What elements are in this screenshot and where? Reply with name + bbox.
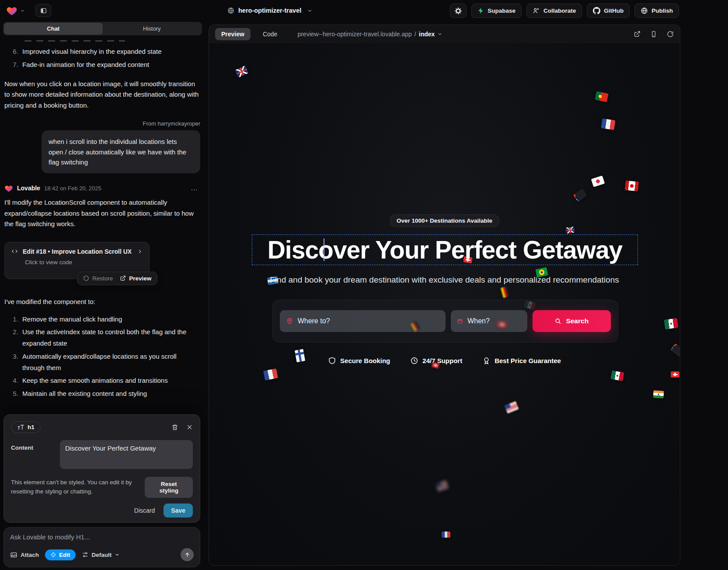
preview-toolbar: Preview Code preview--hero-optimizer-tra… <box>209 25 680 43</box>
flag-india-icon <box>653 390 664 399</box>
shield-icon <box>328 357 336 365</box>
search-icon <box>554 318 561 325</box>
feature-label: Secure Booking <box>340 357 390 364</box>
delete-element-button[interactable] <box>171 424 178 431</box>
assistant-numbered-list-bottom: Remove the manual click handlingUse the … <box>4 314 200 400</box>
tab-code[interactable]: Code <box>257 28 283 40</box>
message-menu-button[interactable]: … <box>189 184 200 192</box>
arrow-up-icon <box>184 552 191 558</box>
flag-australia-icon <box>235 65 249 77</box>
edit-mode-button[interactable]: Edit <box>45 549 76 560</box>
search-button-label: Search <box>566 317 589 325</box>
list-item: Remove the manual click handling <box>20 314 200 325</box>
flag-mexico-icon <box>664 318 679 329</box>
edit-card-title: Edit #18 • Improve Location Scroll UX <box>23 248 132 255</box>
top-bar: hero-optimizer-travel Supabase Collabora… <box>0 0 728 21</box>
chat-mode-selector[interactable]: Default <box>82 551 120 558</box>
when-field[interactable] <box>451 310 527 332</box>
list-item: Fade-in animation for the expanded conte… <box>20 59 200 70</box>
flag-mexico-icon <box>610 371 624 381</box>
where-field[interactable] <box>280 310 446 332</box>
globe-icon <box>227 7 234 14</box>
flag-germany-icon <box>501 286 511 298</box>
logo-chevron-down-icon[interactable] <box>20 8 25 13</box>
flag-portugal-icon <box>595 91 609 102</box>
search-button[interactable]: Search <box>533 310 611 332</box>
preview-button[interactable]: Preview <box>120 275 151 282</box>
assistant-paragraph: I'll modify the LocationScroll component… <box>4 197 200 230</box>
restore-label: Restore <box>92 275 113 282</box>
collaborate-button[interactable]: Collaborate <box>526 3 582 18</box>
project-selector[interactable]: hero-optimizer-travel <box>227 0 313 21</box>
settings-button[interactable] <box>450 3 467 18</box>
award-icon <box>482 357 491 365</box>
flag-france-icon <box>601 119 616 130</box>
user-message-bubble: when i scroll into the individual locati… <box>42 130 200 173</box>
github-icon <box>593 7 600 14</box>
preview-label: Preview <box>129 275 151 282</box>
panel-left-icon <box>40 7 47 14</box>
chat-message-list[interactable]: Improved visual hierarchy in the expande… <box>0 35 206 399</box>
chat-composer-input[interactable] <box>10 533 194 541</box>
text-caret <box>324 238 324 261</box>
list-item: Use the activeIndex state to control bot… <box>20 326 200 349</box>
people-plus-icon <box>533 7 540 14</box>
edit-card-subtitle: Click to view code <box>25 259 143 266</box>
preview-viewport[interactable]: Over 1000+ Destinations Available Discov… <box>209 43 680 565</box>
assistant-numbered-list-top: Improved visual hierarchy in the expande… <box>4 46 200 70</box>
restore-preview-pill: Restore Preview <box>77 272 157 285</box>
lovable-logo-icon[interactable] <box>6 5 17 16</box>
clipped-text-row <box>24 40 125 42</box>
user-message-source: From harrymckayroper <box>4 120 200 127</box>
restore-button[interactable]: Restore <box>83 275 113 282</box>
typography-icon <box>17 424 24 430</box>
open-in-new-tab-button[interactable] <box>634 31 641 38</box>
tab-preview[interactable]: Preview <box>215 28 251 40</box>
h1-content-textarea[interactable]: Discover Your Perfect Getaway <box>60 440 193 469</box>
map-pin-icon <box>286 317 293 325</box>
refresh-button[interactable] <box>667 31 674 38</box>
mobile-view-button[interactable] <box>650 31 657 38</box>
tab-chat[interactable]: Chat <box>4 23 103 35</box>
when-input[interactable] <box>467 317 521 325</box>
discard-button[interactable]: Discard <box>134 507 155 514</box>
assistant-message-header: Lovable 18:42 on Feb 20, 2025 … <box>4 184 200 192</box>
project-chevron-down-icon <box>307 8 313 14</box>
tab-history[interactable]: History <box>103 23 202 35</box>
flag-switzerland-icon <box>671 371 679 378</box>
flag-southafrica-icon <box>573 189 587 202</box>
sidebar-toggle-button[interactable] <box>35 4 51 17</box>
feature-badges-row: Secure Booking 24/7 Support Best Price G… <box>209 357 680 365</box>
flag-france-icon <box>263 368 278 381</box>
element-tag-pill[interactable]: h1 <box>11 421 41 433</box>
assistant-paragraph: I've modified the component to: <box>4 297 200 308</box>
save-button[interactable]: Save <box>164 504 193 518</box>
send-button[interactable] <box>181 548 194 561</box>
list-item: Maintain all the existing content and st… <box>20 388 200 399</box>
attach-button[interactable]: Attach <box>10 551 39 559</box>
where-input[interactable] <box>298 317 439 325</box>
close-panel-button[interactable] <box>186 424 193 430</box>
list-item: Improved visual hierarchy in the expande… <box>20 46 200 57</box>
github-button[interactable]: GitHub <box>587 3 630 18</box>
list-item: Keep the same smooth animations and tran… <box>20 375 200 386</box>
styling-note: This element can't be styled. You can ed… <box>11 478 145 497</box>
destinations-badge: Over 1000+ Destinations Available <box>390 214 499 227</box>
assistant-name: Lovable <box>17 185 40 192</box>
sidebar-tabs: Chat History <box>3 22 202 35</box>
element-tag-label: h1 <box>28 424 35 430</box>
list-item: Automatically expand/collapse locations … <box>20 351 200 374</box>
crosshair-icon <box>50 552 56 558</box>
publish-button[interactable]: Publish <box>634 3 679 18</box>
flag-japan-icon <box>591 175 605 187</box>
feature-best-price: Best Price Guarantee <box>482 357 561 365</box>
reset-styling-button[interactable]: Reset styling <box>145 477 193 498</box>
gear-icon <box>454 7 462 15</box>
supabase-button[interactable]: Supabase <box>471 3 522 18</box>
url-page: index <box>419 31 435 38</box>
flag-canada-icon <box>625 180 639 191</box>
attach-label: Attach <box>21 552 39 558</box>
preview-url[interactable]: preview--hero-optimizer-travel.lovable.a… <box>297 31 442 38</box>
url-separator: / <box>415 31 416 38</box>
h1-selection-outline[interactable]: Discover Your Perfect Getaway <box>252 234 638 265</box>
